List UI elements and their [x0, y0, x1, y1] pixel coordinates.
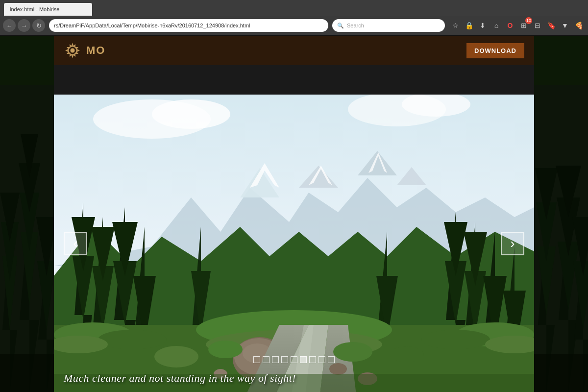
dot-9[interactable] — [328, 356, 335, 363]
next-arrow-icon: › — [510, 236, 514, 251]
svg-rect-94 — [534, 36, 588, 85]
browser-tab-active[interactable]: index.html - Mobirise — [4, 3, 92, 16]
app-header: MO DOWNLOAD — [54, 36, 534, 65]
bookmark-button[interactable]: 🔖 — [545, 19, 558, 32]
address-text: rs/DreamPiF/AppData/Local/Temp/Mobirise-… — [54, 23, 250, 28]
back-button[interactable]: ← — [3, 19, 16, 32]
slider-next-button[interactable]: › — [501, 232, 524, 255]
opera-icon: O — [508, 22, 513, 29]
extra-icon: 🍕 — [575, 22, 583, 29]
lock-button[interactable]: 🔒 — [463, 19, 475, 32]
slider-container: ‹ › — [54, 95, 534, 392]
browser-toolbar: ← → ↻ rs/DreamPiF/AppData/Local/Temp/Mob… — [0, 16, 588, 35]
star-icon: ☆ — [452, 22, 459, 29]
dot-7[interactable] — [309, 356, 316, 363]
dot-8[interactable] — [318, 356, 325, 363]
more-button[interactable]: ▼ — [559, 19, 571, 32]
svg-point-74 — [333, 342, 372, 362]
forward-button[interactable]: → — [18, 19, 30, 32]
browser-tabs: index.html - Mobirise — [0, 0, 588, 16]
svg-point-17 — [71, 49, 74, 52]
download-button[interactable]: ⬇ — [476, 19, 489, 32]
slider-caption: Much cleaner and not standing in the way… — [64, 372, 524, 385]
left-forest-svg — [0, 36, 54, 392]
slider-image: ‹ › — [54, 95, 534, 392]
svg-point-59 — [98, 330, 167, 349]
address-bar[interactable]: rs/DreamPiF/AppData/Local/Temp/Mobirise-… — [49, 19, 328, 32]
search-placeholder: Search — [347, 23, 364, 28]
center-area: MO DOWNLOAD — [54, 36, 534, 392]
sidebar-trees-right — [534, 36, 588, 392]
app-title: MO — [86, 44, 105, 57]
reload-button[interactable]: ↻ — [32, 19, 45, 32]
home-icon: ⌂ — [494, 22, 498, 29]
slider-dots — [253, 356, 335, 363]
search-bar[interactable]: 🔍 Search — [332, 19, 445, 32]
svg-rect-14 — [0, 36, 54, 85]
star-button[interactable]: ☆ — [449, 19, 462, 32]
extra-button[interactable]: 🍕 — [572, 19, 585, 32]
landscape-svg — [54, 95, 534, 392]
opera-button[interactable]: O — [504, 19, 516, 32]
more-icon: ▼ — [562, 22, 568, 29]
sidebar-right — [534, 36, 588, 392]
main-content: MO DOWNLOAD — [0, 36, 588, 392]
browser-window: index.html - Mobirise ← → ↻ rs/DreamPiF/… — [0, 0, 588, 392]
download-app-button[interactable]: DOWNLOAD — [466, 43, 524, 58]
prev-arrow-icon: ‹ — [73, 236, 77, 251]
svg-rect-93 — [534, 354, 588, 392]
browser-chrome: index.html - Mobirise ← → ↻ rs/DreamPiF/… — [0, 0, 588, 36]
svg-point-76 — [390, 346, 424, 362]
home-button[interactable]: ⌂ — [490, 19, 503, 32]
lock-icon: 🔒 — [465, 22, 473, 29]
svg-point-20 — [152, 99, 230, 129]
gear-icon — [64, 42, 81, 59]
dot-1[interactable] — [253, 356, 260, 363]
sidebar-left — [0, 36, 54, 392]
notification-count: 10 — [525, 17, 532, 24]
download-arrow-icon: ⬇ — [480, 22, 486, 29]
dot-2[interactable] — [263, 356, 270, 363]
svg-point-73 — [208, 341, 243, 358]
tab-label: index.html - Mobirise — [10, 6, 59, 12]
dot-6[interactable] — [300, 356, 307, 363]
svg-point-75 — [154, 346, 198, 368]
sidebar-trees-left — [0, 36, 54, 392]
right-forest-svg — [534, 36, 588, 392]
slider-prev-button[interactable]: ‹ — [64, 232, 87, 255]
svg-point-62 — [421, 330, 490, 349]
dot-5[interactable] — [291, 356, 297, 363]
menu-button[interactable]: ⊟ — [531, 19, 544, 32]
dot-4[interactable] — [281, 356, 288, 363]
bookmark-icon: 🔖 — [547, 22, 556, 29]
search-icon: 🔍 — [337, 23, 344, 29]
toolbar-icons: ☆ 🔒 ⬇ ⌂ O ⊞ 10 — [449, 19, 585, 32]
extensions-badge: ⊞ 10 — [517, 19, 530, 32]
dot-3[interactable] — [272, 356, 279, 363]
menu-icon: ⊟ — [535, 22, 540, 29]
caption-text: Much cleaner and not standing in the way… — [64, 372, 296, 384]
svg-rect-13 — [0, 354, 54, 392]
app-logo: MO — [64, 42, 105, 59]
